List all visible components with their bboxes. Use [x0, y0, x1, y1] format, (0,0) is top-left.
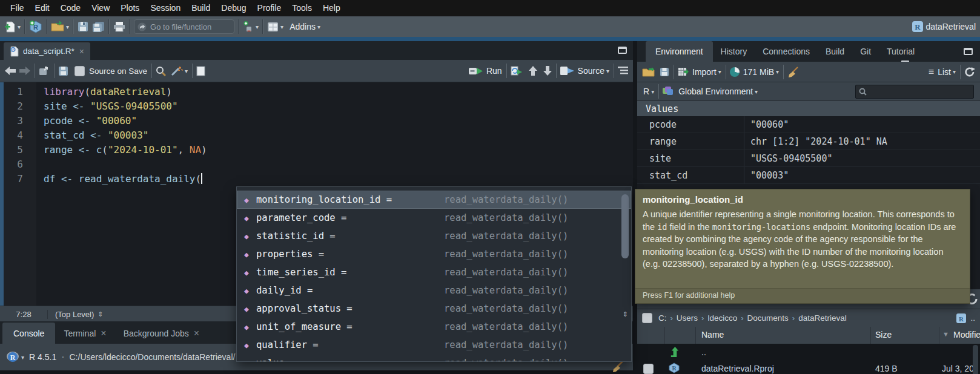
background-jobs-close-icon[interactable]: ×: [194, 328, 199, 339]
menu-help[interactable]: Help: [317, 0, 346, 16]
tab-connections[interactable]: Connections: [755, 41, 818, 62]
menu-session[interactable]: Session: [145, 0, 186, 16]
save-icon[interactable]: [78, 21, 88, 32]
files-scrollbar[interactable]: [973, 345, 978, 374]
menu-code[interactable]: Code: [55, 0, 86, 16]
r-version-label[interactable]: R 4.5.1: [29, 352, 56, 362]
file-name[interactable]: ..: [701, 347, 706, 357]
completion-item[interactable]: ◆unit_of_measure = read_waterdata_daily(…: [237, 318, 631, 336]
tab-environment[interactable]: Environment: [646, 41, 713, 62]
env-var-row[interactable]: site"USGS-09405500": [637, 150, 980, 167]
code-tools-wand-icon[interactable]: [171, 65, 183, 76]
completion-item[interactable]: ◆daily_id = read_waterdata_daily(): [237, 281, 631, 300]
completion-item[interactable]: ◆monitoring_location_id = read_waterdata…: [237, 191, 631, 209]
source-on-save-checkbox[interactable]: [74, 66, 85, 76]
save-icon[interactable]: [58, 66, 68, 76]
environment-maximize-icon[interactable]: [964, 48, 973, 55]
completion-item[interactable]: ◆statistic_id = read_waterdata_daily(): [237, 227, 631, 245]
open-file-icon[interactable]: [51, 21, 64, 32]
file-row-rproj[interactable]: R dataRetrieval.Rproj 419 B Jul 3, 20: [637, 361, 980, 374]
breadcrumb-drive[interactable]: C:: [658, 313, 667, 323]
editor-tab-data-script[interactable]: R data_script.R* ×: [4, 42, 90, 60]
file-checkbox[interactable]: [643, 364, 654, 374]
terminal-close-icon[interactable]: ×: [101, 328, 106, 339]
completion-item[interactable]: ◆approval_status = read_waterdata_daily(…: [237, 300, 631, 318]
tab-terminal[interactable]: Terminal×: [55, 323, 114, 344]
list-view-button[interactable]: List: [938, 67, 951, 77]
run-button[interactable]: Run: [486, 66, 502, 76]
code-tools-caret-icon[interactable]: ▾: [185, 68, 188, 74]
clear-workspace-broom-icon[interactable]: [787, 66, 800, 78]
memory-caret-icon[interactable]: ▾: [776, 68, 779, 75]
load-workspace-icon[interactable]: [642, 67, 655, 77]
breadcrumb-more[interactable]: ..: [970, 313, 975, 323]
source-caret-icon[interactable]: ▾: [606, 68, 609, 74]
popup-scrollbar[interactable]: [621, 194, 629, 258]
menu-plots[interactable]: Plots: [115, 0, 145, 16]
forward-icon[interactable]: [19, 67, 30, 75]
breadcrumb-project[interactable]: dataRetrieval: [798, 313, 847, 323]
completion-item[interactable]: ◆properties = read_waterdata_daily(): [237, 245, 631, 263]
save-workspace-icon[interactable]: [660, 67, 669, 77]
language-selector[interactable]: R: [643, 87, 649, 96]
completion-item[interactable]: ◆qualifier = read_waterdata_daily(): [237, 336, 631, 354]
save-all-icon[interactable]: [92, 21, 105, 33]
completion-item[interactable]: ◆value = read_waterdata_daily(): [237, 354, 631, 362]
addins-button[interactable]: Addins: [290, 22, 316, 31]
cursor-position[interactable]: 7:28: [0, 310, 48, 319]
version-control-caret-icon[interactable]: ▾: [256, 24, 259, 30]
tab-console[interactable]: Console: [2, 323, 55, 344]
rerun-icon[interactable]: [511, 66, 523, 76]
import-dataset-button[interactable]: Import: [692, 67, 717, 77]
refresh-icon[interactable]: [964, 67, 975, 77]
completion-item[interactable]: ◆time_series_id = read_waterdata_daily(): [237, 263, 631, 281]
sort-descending-icon[interactable]: ▼: [942, 330, 949, 338]
import-caret-icon[interactable]: ▾: [718, 68, 721, 75]
run-previous-icon[interactable]: [529, 66, 537, 76]
run-icon[interactable]: [469, 67, 483, 76]
parent-directory-icon[interactable]: [669, 346, 681, 358]
tab-history[interactable]: History: [713, 41, 755, 62]
workspace-panes-caret-icon[interactable]: ▾: [280, 24, 283, 30]
new-file-icon[interactable]: [4, 21, 16, 33]
open-file-caret-icon[interactable]: ▾: [66, 24, 69, 30]
version-control-icon[interactable]: [243, 21, 254, 33]
working-directory-path[interactable]: C:/Users/ldecicco/Documents/dataRetrieva…: [70, 352, 236, 362]
scope-spinner-icon[interactable]: ⇕: [98, 310, 103, 318]
menu-debug[interactable]: Debug: [216, 0, 251, 16]
file-row-parent[interactable]: ..: [637, 344, 980, 361]
compile-report-icon[interactable]: [196, 66, 205, 76]
menu-view[interactable]: View: [86, 0, 115, 16]
menu-tools[interactable]: Tools: [286, 0, 317, 16]
source-button[interactable]: Source: [578, 66, 604, 76]
completion-item[interactable]: ◆parameter_code = read_waterdata_daily(): [237, 209, 631, 227]
list-view-caret-icon[interactable]: ▾: [953, 68, 956, 75]
print-icon[interactable]: [113, 21, 125, 32]
menu-edit[interactable]: Edit: [30, 0, 55, 16]
r-version-caret-icon[interactable]: ▾: [21, 354, 24, 361]
tab-background-jobs[interactable]: Background Jobs×: [115, 323, 208, 344]
column-header-name[interactable]: Name: [701, 330, 724, 340]
console-input-area[interactable]: [0, 370, 633, 374]
language-caret-icon[interactable]: ▾: [651, 88, 654, 95]
new-project-icon[interactable]: R: [29, 20, 42, 33]
env-var-row[interactable]: rangechr [1:2] "2024-10-01" NA: [637, 133, 980, 150]
column-header-size[interactable]: Size: [875, 330, 892, 340]
document-outline-icon[interactable]: [618, 67, 628, 75]
editor-maximize-icon[interactable]: [618, 47, 627, 54]
tab-git[interactable]: Git: [852, 41, 879, 62]
project-selector[interactable]: R dataRetrieval: [912, 21, 976, 33]
tab-build[interactable]: Build: [818, 41, 852, 62]
import-dataset-icon[interactable]: [678, 67, 689, 76]
environment-search-input[interactable]: [855, 85, 974, 99]
file-type-spinner-icon[interactable]: ⇕: [623, 310, 628, 318]
breadcrumb-documents[interactable]: Documents: [747, 313, 789, 323]
environment-scope-caret-icon[interactable]: ▾: [755, 88, 758, 95]
scope-indicator[interactable]: (Top Level): [55, 310, 94, 319]
workspace-panes-icon[interactable]: [267, 22, 279, 32]
values-section-header[interactable]: Values: [637, 101, 980, 116]
editor-tab-close-icon[interactable]: ×: [79, 47, 84, 56]
file-name[interactable]: dataRetrieval.Rproj: [701, 364, 774, 373]
breadcrumb-user[interactable]: ldecicco: [707, 313, 737, 323]
run-next-icon[interactable]: [543, 66, 552, 76]
